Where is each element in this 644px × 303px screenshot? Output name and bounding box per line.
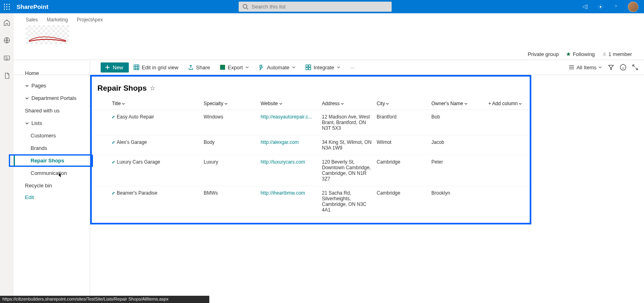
svg-point-12 bbox=[604, 53, 605, 54]
following-toggle[interactable]: ★ Following bbox=[566, 51, 595, 57]
col-owner[interactable]: Owner's Name bbox=[429, 98, 486, 110]
svg-rect-18 bbox=[306, 68, 308, 70]
svg-point-7 bbox=[6, 8, 7, 10]
svg-rect-13 bbox=[134, 65, 139, 70]
svg-rect-19 bbox=[309, 68, 311, 70]
website-link[interactable]: http://alexgar.com bbox=[260, 139, 299, 145]
website-link[interactable]: http://luxurycars.com bbox=[260, 159, 305, 165]
privacy-label: Private group bbox=[528, 51, 559, 57]
list-table: Title Specialty Website Address City Own… bbox=[92, 98, 530, 217]
list-title: Repair Shops bbox=[92, 82, 530, 98]
filter-icon[interactable] bbox=[608, 64, 614, 71]
search-box[interactable] bbox=[239, 2, 392, 12]
col-add[interactable]: + Add column bbox=[486, 98, 530, 110]
nav-edit-link[interactable]: Edit bbox=[14, 192, 90, 200]
nav-list-customers[interactable]: Customers bbox=[14, 129, 90, 142]
svg-point-0 bbox=[4, 4, 5, 5]
new-button[interactable]: New bbox=[101, 62, 129, 73]
chevron-down-icon bbox=[25, 121, 29, 125]
col-specialty[interactable]: Specialty bbox=[201, 98, 258, 110]
svg-rect-17 bbox=[309, 65, 311, 67]
share-button[interactable]: Share bbox=[183, 64, 215, 71]
table-row[interactable]: Easy Auto RepairWindowshttp://easyautore… bbox=[92, 110, 530, 135]
news-icon[interactable] bbox=[3, 54, 10, 62]
svg-point-2 bbox=[8, 4, 10, 5]
svg-text:X: X bbox=[221, 66, 224, 70]
global-link[interactable]: ProjectApex bbox=[77, 17, 103, 23]
svg-point-8 bbox=[8, 8, 10, 10]
svg-point-5 bbox=[8, 6, 10, 7]
waffle-icon bbox=[4, 4, 10, 10]
svg-rect-16 bbox=[306, 65, 308, 67]
nav-list-brands[interactable]: Brands bbox=[14, 142, 90, 154]
nav-home[interactable]: Home bbox=[14, 67, 90, 79]
more-button[interactable]: ··· bbox=[345, 64, 359, 71]
help-icon[interactable] bbox=[613, 4, 619, 10]
megaphone-icon[interactable] bbox=[582, 4, 588, 10]
home-icon[interactable] bbox=[3, 19, 10, 26]
col-city[interactable]: City bbox=[374, 98, 429, 110]
col-website[interactable]: Website bbox=[258, 98, 319, 110]
edit-grid-button[interactable]: Edit in grid view bbox=[129, 64, 183, 71]
col-title[interactable]: Title bbox=[92, 98, 201, 110]
brand-label: SharePoint bbox=[17, 3, 48, 10]
chevron-down-icon bbox=[25, 96, 29, 100]
settings-icon[interactable] bbox=[597, 4, 604, 10]
chevron-down-icon bbox=[25, 84, 29, 88]
table-row[interactable]: Alex's GarageBodyhttp://alexgar.com34 Ki… bbox=[92, 135, 530, 155]
table-row[interactable]: Beamer's ParadiseBMWshttp://iheartbmw.co… bbox=[92, 186, 530, 217]
view-switcher[interactable]: All Items bbox=[568, 64, 602, 71]
nav-lists[interactable]: Lists bbox=[14, 117, 90, 129]
table-row[interactable]: Luxury Cars GarageLuxuryhttp://luxurycar… bbox=[92, 155, 530, 186]
profile-avatar[interactable] bbox=[628, 2, 638, 12]
list-highlight-box: Repair Shops Title Specialty Website Add… bbox=[90, 75, 531, 224]
expand-icon[interactable] bbox=[632, 64, 638, 71]
nav-shared[interactable]: Shared with us bbox=[14, 104, 90, 117]
automate-button[interactable]: Automate bbox=[254, 64, 301, 71]
global-links: Sales Marketing ProjectApex bbox=[26, 16, 632, 23]
browser-status-bar: https://citizenbuilders.sharepoint.com/s… bbox=[0, 296, 209, 303]
nav-pages[interactable]: Pages bbox=[14, 79, 90, 92]
cursor-icon bbox=[57, 172, 63, 178]
search-icon bbox=[243, 4, 248, 10]
members-link[interactable]: 1 member bbox=[602, 51, 632, 57]
export-button[interactable]: XExport bbox=[215, 64, 254, 71]
app-launcher-button[interactable] bbox=[0, 0, 13, 13]
website-link[interactable]: http://easyautorepair.c... bbox=[260, 114, 312, 120]
globe-icon[interactable] bbox=[3, 37, 10, 44]
col-address[interactable]: Address bbox=[320, 98, 374, 110]
nav-list-repairshops[interactable]: Repair Shops bbox=[14, 154, 90, 167]
favorite-star-icon[interactable] bbox=[150, 85, 155, 91]
svg-point-6 bbox=[4, 8, 5, 10]
search-input[interactable] bbox=[252, 4, 388, 10]
nav-list-communication[interactable]: Communication bbox=[14, 167, 90, 179]
svg-point-3 bbox=[4, 6, 5, 7]
site-logo[interactable] bbox=[26, 25, 69, 44]
global-link[interactable]: Marketing bbox=[47, 17, 68, 23]
svg-point-4 bbox=[6, 6, 7, 7]
svg-point-9 bbox=[600, 6, 601, 8]
file-icon[interactable] bbox=[3, 72, 10, 79]
global-link[interactable]: Sales bbox=[26, 17, 38, 23]
svg-point-1 bbox=[6, 4, 7, 5]
nav-recycle[interactable]: Recycle bin bbox=[14, 179, 90, 192]
website-link[interactable]: http://iheartbmw.com bbox=[260, 190, 305, 196]
integrate-button[interactable]: Integrate bbox=[301, 64, 345, 71]
nav-dept[interactable]: Department Portals bbox=[14, 92, 90, 104]
info-icon[interactable] bbox=[620, 64, 626, 71]
